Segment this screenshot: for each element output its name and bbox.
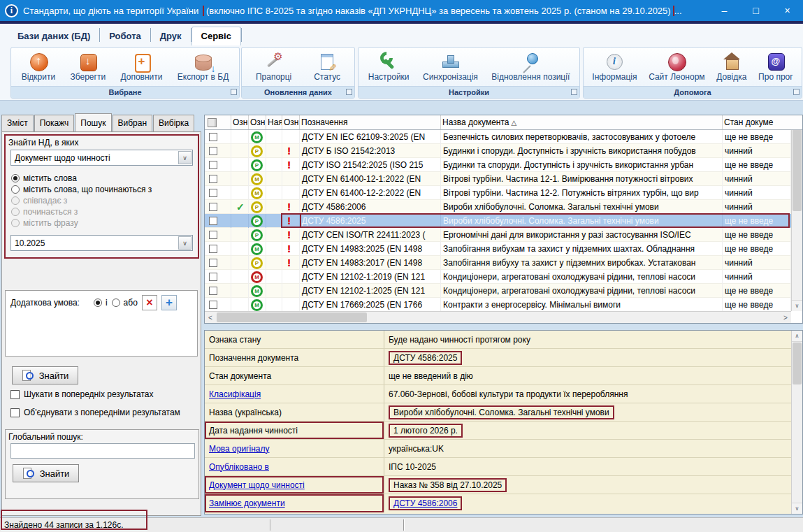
table-row[interactable]: ✓ Р ! ДСТУ 4586:2006 Вироби хлібобулочні… <box>205 200 791 214</box>
tab-zmist[interactable]: Зміст <box>1 115 34 131</box>
checkbox-merge-previous[interactable]: Об'єднувати з попередніми результатам <box>10 408 180 417</box>
validity-document-link[interactable]: Документ щодо чинності <box>209 480 305 490</box>
tab-druk[interactable]: Друк <box>151 27 191 45</box>
radio-icon <box>11 219 20 227</box>
tab-vybirka[interactable]: Вибірка <box>153 115 194 131</box>
checkbox-search-previous[interactable]: Шукати в попередніх результатах <box>10 389 154 399</box>
minimize-icon[interactable]: – <box>709 0 740 21</box>
row-checkbox[interactable] <box>209 217 217 225</box>
cell-name: Будинки та споруди. Доступність і зручні… <box>441 158 723 172</box>
status-button[interactable]: Статус <box>312 52 342 82</box>
row-checkbox[interactable] <box>209 203 217 211</box>
tab-robota[interactable]: Робота <box>100 27 150 45</box>
published-in-link[interactable]: Опубліковано в <box>209 462 269 472</box>
status-badge: М <box>251 243 263 255</box>
about-button[interactable]: Про прог <box>757 52 795 82</box>
radio-starts-with-words[interactable]: містить слова, що починаються з <box>6 184 198 195</box>
row-checkbox[interactable] <box>209 259 217 267</box>
classification-link[interactable]: Класифікація <box>209 389 261 399</box>
row-checkbox[interactable] <box>209 189 217 197</box>
information-button[interactable]: Інформація <box>591 52 638 82</box>
flags-button[interactable]: Прапорці <box>254 52 293 82</box>
add-condition-button[interactable]: + <box>161 295 177 310</box>
help-button[interactable]: Довідка <box>715 52 748 82</box>
table-row[interactable]: Р ! ДСТУ ISO 21542:2025 (ISO 215 Будинки… <box>205 158 791 172</box>
search-query-combobox[interactable]: 10.2025 ∨ <box>10 235 193 251</box>
sync-button[interactable]: Синхронізація <box>421 52 479 82</box>
leonorm-site-button[interactable]: Сайт Леонорм <box>647 52 706 82</box>
dialog-launcher-icon[interactable] <box>793 89 800 95</box>
row-checkbox[interactable] <box>209 273 217 281</box>
header-select-all[interactable] <box>205 115 231 129</box>
scroll-up-icon[interactable]: ∧ <box>792 331 802 342</box>
original-language-link[interactable]: Мова оригіналу <box>209 444 269 454</box>
row-checkbox[interactable] <box>209 161 217 169</box>
export-db-button[interactable]: Експорт в БД <box>176 52 231 82</box>
header-oznaka-1[interactable]: Озн <box>231 115 249 129</box>
search-field-select[interactable]: Документ щодо чинності ∨ <box>10 150 193 166</box>
row-checkbox[interactable] <box>209 301 217 309</box>
maximize-icon[interactable]: □ <box>740 0 772 21</box>
table-row[interactable]: Р ! ДСТУ CEN ISO/TR 22411:2023 ( Ергоном… <box>205 228 791 242</box>
restore-position-button[interactable]: Відновлення позиції <box>490 52 571 82</box>
radio-and[interactable]: і <box>84 297 108 308</box>
header-designation[interactable]: Позначення <box>300 115 441 129</box>
row-checkbox[interactable] <box>209 147 217 155</box>
tab-poshuk[interactable]: Пошук <box>75 113 111 131</box>
dialog-launcher-icon[interactable] <box>346 89 352 95</box>
header-oznaka-3[interactable]: Озн <box>282 115 300 129</box>
scroll-down-icon[interactable]: ∨ <box>792 300 802 311</box>
global-search-input[interactable] <box>10 443 195 459</box>
replaces-documents-link[interactable]: Замінює документи <box>209 498 285 508</box>
dialog-launcher-icon[interactable] <box>571 89 577 95</box>
table-row-selected[interactable]: Р ! ДСТУ 4586:2025 Вироби хлібобулочні. … <box>205 214 791 228</box>
radio-or[interactable]: або <box>112 297 138 308</box>
replaced-document-link[interactable]: ДСТУ 4586:2006 <box>393 498 457 508</box>
table-row[interactable]: Р ! ДСТУ EN 14983:2017 (EN 1498 Запобіга… <box>205 256 791 270</box>
scrollbar-thumb[interactable] <box>793 127 802 211</box>
table-row[interactable]: М ДСТУ EN 12102-1:2019 (EN 121 Кондиціон… <box>205 270 791 284</box>
open-button[interactable]: Відкрити <box>20 52 57 82</box>
row-checkbox[interactable] <box>209 287 217 295</box>
table-row[interactable]: М ДСТУ EN 61400-12-1:2022 (EN Вітрові ту… <box>205 172 791 186</box>
details-vertical-scrollbar[interactable]: ∧ ∨ <box>791 331 802 514</box>
scrollbar-thumb[interactable] <box>793 343 802 384</box>
scroll-left-icon[interactable]: < <box>205 312 216 323</box>
radio-contains-words[interactable]: містить слова <box>6 173 198 184</box>
tab-servis[interactable]: Сервіс <box>191 27 241 45</box>
chevron-down-icon[interactable]: ∨ <box>178 151 191 164</box>
remove-condition-button[interactable]: × <box>142 295 157 310</box>
dialog-launcher-icon[interactable] <box>231 89 237 95</box>
row-checkbox[interactable] <box>209 133 217 141</box>
global-find-button[interactable]: Знайти <box>13 464 79 482</box>
ribbon: Бази даних (БД) Робота Друк Сервіс Відкр… <box>0 24 803 101</box>
tab-vybrane[interactable]: Вибран <box>113 115 153 131</box>
close-icon[interactable]: × <box>772 0 803 21</box>
scroll-down-icon[interactable]: ∨ <box>792 503 802 514</box>
table-row[interactable]: М ДСТУ EN 61400-12-2:2022 (EN Вітрові ту… <box>205 186 791 200</box>
scroll-right-icon[interactable]: > <box>780 312 791 323</box>
table-row[interactable]: М ДСТУ EN 17669:2025 (EN 1766 Контракти … <box>205 298 791 312</box>
tab-pokazhchyk[interactable]: Покажч <box>34 115 75 131</box>
table-row[interactable]: М ДСТУ EN IEC 62109-3:2025 (EN Безпечніс… <box>205 130 791 144</box>
save-button[interactable]: Зберегти <box>69 52 108 82</box>
append-button[interactable]: Доповнити <box>119 52 164 82</box>
table-horizontal-scrollbar[interactable]: < > <box>205 311 791 323</box>
header-nayavnist[interactable]: Ная <box>266 115 282 129</box>
header-status[interactable]: Стан докуме <box>723 115 802 129</box>
tab-bazy-danykh[interactable]: Бази даних (БД) <box>8 27 99 45</box>
table-row[interactable]: М ! ДСТУ EN 14983:2025 (EN 1498 Запобіга… <box>205 242 791 256</box>
row-checkbox[interactable] <box>209 231 217 239</box>
header-oznaka-2[interactable]: Озн <box>249 115 266 129</box>
table-row[interactable]: М ДСТУ EN 12102-1:2025 (EN 121 Кондиціон… <box>205 284 791 298</box>
table-row[interactable]: Р ! ДСТУ Б ISO 21542:2013 Будинки і спор… <box>205 144 791 158</box>
header-name[interactable]: Назва документа △ <box>441 115 723 129</box>
row-checkbox[interactable] <box>209 245 217 253</box>
settings-button[interactable]: Настройки <box>367 52 411 82</box>
chevron-down-icon[interactable]: ∨ <box>178 236 191 250</box>
scrollbar-thumb[interactable] <box>217 312 367 322</box>
table-vertical-scrollbar[interactable]: ∧ ∨ <box>791 115 802 311</box>
window-title-prefix: Стандарти, що діють на території України <box>23 6 198 16</box>
row-checkbox[interactable] <box>209 175 217 183</box>
find-button[interactable]: Знайти <box>12 366 78 384</box>
